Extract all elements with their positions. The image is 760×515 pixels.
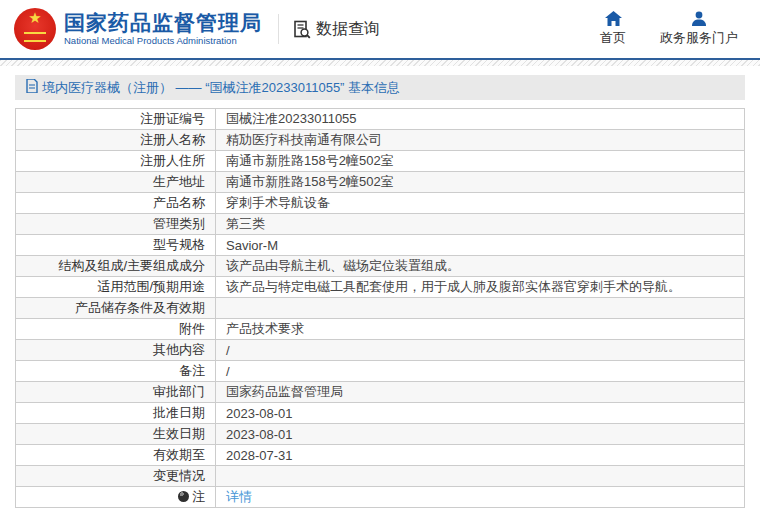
- row-value: 2023-08-01: [226, 406, 293, 421]
- org-name-cn: 国家药品监督管理局: [64, 11, 262, 35]
- row-label: 管理类别: [153, 216, 205, 231]
- row-value-cell: [216, 466, 745, 487]
- row-label-cell: 管理类别: [16, 214, 216, 235]
- row-label-cell: 注册人住所: [16, 151, 216, 172]
- row-value-cell: 第三类: [216, 214, 745, 235]
- breadcrumb-text: 境内医疗器械（注册） —— “国械注准20233011055” 基本信息: [42, 79, 400, 97]
- row-label-cell: 注册人名称: [16, 130, 216, 151]
- row-label: 注册人名称: [140, 132, 205, 147]
- row-value-cell: 2023-08-01: [216, 424, 745, 445]
- nav-item-home[interactable]: 首页: [600, 11, 626, 47]
- row-value-cell: 2028-07-31: [216, 445, 745, 466]
- row-value: /: [226, 343, 230, 358]
- org-name-en: National Medical Products Administration: [64, 35, 262, 47]
- table-row: 注册人名称精劢医疗科技南通有限公司: [16, 130, 745, 151]
- row-value: 第三类: [226, 216, 265, 231]
- row-value-cell: 南通市新胜路158号2幢502室: [216, 172, 745, 193]
- table-row: 产品名称穿刺手术导航设备: [16, 193, 745, 214]
- row-label-cell: 型号规格: [16, 235, 216, 256]
- row-label: 型号规格: [153, 237, 205, 252]
- table-row: 备注/: [16, 361, 745, 382]
- row-label-cell: 其他内容: [16, 340, 216, 361]
- row-value-cell: 精劢医疗科技南通有限公司: [216, 130, 745, 151]
- row-value: /: [226, 364, 230, 379]
- row-label: 结构及组成/主要组成成分: [58, 258, 205, 273]
- row-value: 产品技术要求: [226, 321, 304, 336]
- header-hatch-rule: [0, 60, 760, 66]
- row-label-cell: 注: [16, 487, 216, 508]
- row-value-cell: 该产品与特定电磁工具配套使用，用于成人肺及腹部实体器官穿刺手术的导航。: [216, 277, 745, 298]
- row-label: 变更情况: [153, 468, 205, 483]
- table-row: 适用范围/预期用途该产品与特定电磁工具配套使用，用于成人肺及腹部实体器官穿刺手术…: [16, 277, 745, 298]
- row-value: 南通市新胜路158号2幢502室: [226, 153, 394, 168]
- row-value: 2028-07-31: [226, 448, 293, 463]
- row-label-cell: 适用范围/预期用途: [16, 277, 216, 298]
- row-label-cell: 产品储存条件及有效期: [16, 298, 216, 319]
- row-value: 2023-08-01: [226, 427, 293, 442]
- table-row: 注册人住所南通市新胜路158号2幢502室: [16, 151, 745, 172]
- row-label: 生效日期: [153, 426, 205, 441]
- row-label: 备注: [179, 363, 205, 378]
- row-label-cell: 结构及组成/主要组成成分: [16, 256, 216, 277]
- nav-item-portal[interactable]: 政务服务门户: [660, 11, 738, 47]
- row-label-cell: 备注: [16, 361, 216, 382]
- table-row: 生产地址南通市新胜路158号2幢502室: [16, 172, 745, 193]
- row-label: 产品名称: [153, 195, 205, 210]
- info-table-body: 注册证编号国械注准20233011055注册人名称精劢医疗科技南通有限公司注册人…: [16, 109, 745, 508]
- detail-link[interactable]: 详情: [226, 489, 252, 504]
- row-value: 穿刺手术导航设备: [226, 195, 330, 210]
- table-row: 结构及组成/主要组成成分该产品由导航主机、磁场定位装置组成。: [16, 256, 745, 277]
- header-nav: 首页 政务服务门户: [600, 11, 738, 47]
- row-label-cell: 产品名称: [16, 193, 216, 214]
- row-label-cell: 有效期至: [16, 445, 216, 466]
- breadcrumb: 境内医疗器械（注册） —— “国械注准20233011055” 基本信息: [15, 75, 745, 100]
- row-label: 产品储存条件及有效期: [75, 300, 205, 315]
- data-query-label: 数据查询: [316, 19, 380, 40]
- row-label-cell: 注册证编号: [16, 109, 216, 130]
- table-row: 生效日期2023-08-01: [16, 424, 745, 445]
- row-label-cell: 生效日期: [16, 424, 216, 445]
- row-label: 生产地址: [153, 174, 205, 189]
- table-row: 注详情: [16, 487, 745, 508]
- row-label: 附件: [179, 321, 205, 336]
- table-row: 审批部门国家药品监督管理局: [16, 382, 745, 403]
- row-label: 适用范围/预期用途: [97, 279, 205, 294]
- table-row: 变更情况: [16, 466, 745, 487]
- home-icon: [605, 11, 622, 26]
- row-value: 国械注准20233011055: [226, 111, 357, 126]
- row-value-cell: 产品技术要求: [216, 319, 745, 340]
- data-query-button[interactable]: 数据查询: [293, 19, 380, 40]
- row-label-cell: 审批部门: [16, 382, 216, 403]
- table-row: 产品储存条件及有效期: [16, 298, 745, 319]
- row-label: 批准日期: [153, 405, 205, 420]
- row-label: 注册证编号: [140, 111, 205, 126]
- row-value: 南通市新胜路158号2幢502室: [226, 174, 394, 189]
- row-label: 有效期至: [153, 447, 205, 462]
- table-row: 型号规格Savior-M: [16, 235, 745, 256]
- row-label: 注册人住所: [140, 153, 205, 168]
- info-table: 注册证编号国械注准20233011055注册人名称精劢医疗科技南通有限公司注册人…: [15, 108, 745, 508]
- nav-portal-label: 政务服务门户: [660, 29, 738, 47]
- row-value-cell: 详情: [216, 487, 745, 508]
- org-title-block: 国家药品监督管理局 National Medical Products Admi…: [64, 11, 262, 47]
- row-label: 审批部门: [153, 384, 205, 399]
- header: ★ 国家药品监督管理局 National Medical Products Ad…: [0, 0, 760, 58]
- star-icon: ★: [28, 10, 41, 25]
- note-icon: [178, 491, 189, 502]
- user-icon: [691, 11, 707, 26]
- row-value: Savior-M: [226, 238, 278, 253]
- table-row: 管理类别第三类: [16, 214, 745, 235]
- row-value: 该产品由导航主机、磁场定位装置组成。: [226, 258, 460, 273]
- row-value-cell: 该产品由导航主机、磁场定位装置组成。: [216, 256, 745, 277]
- row-label-cell: 生产地址: [16, 172, 216, 193]
- row-label-cell: 批准日期: [16, 403, 216, 424]
- table-row: 有效期至2028-07-31: [16, 445, 745, 466]
- row-value: 国家药品监督管理局: [226, 384, 343, 399]
- row-value-cell: /: [216, 361, 745, 382]
- document-search-icon: [293, 20, 312, 39]
- row-label: 注: [192, 489, 205, 504]
- row-value-cell: 穿刺手术导航设备: [216, 193, 745, 214]
- table-row: 注册证编号国械注准20233011055: [16, 109, 745, 130]
- row-value-cell: [216, 298, 745, 319]
- gate-icon: [24, 32, 46, 42]
